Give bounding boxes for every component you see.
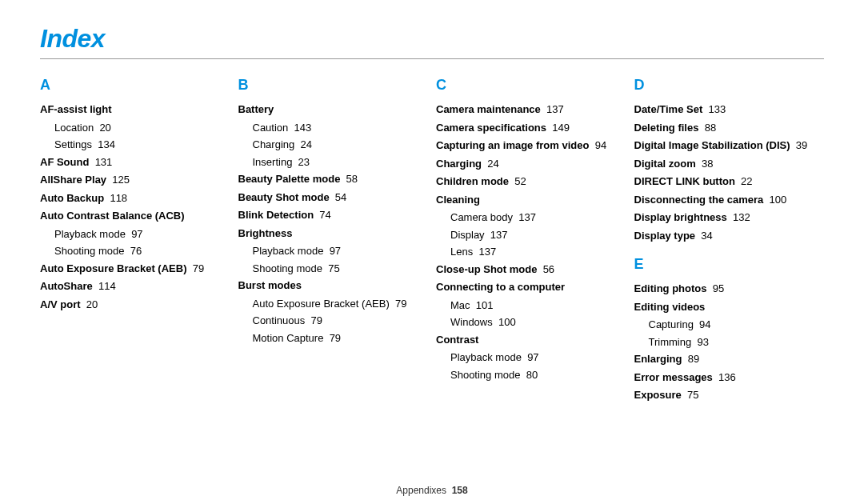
- sub-entry-label: Camera body: [450, 211, 513, 223]
- entry-label: Charging: [436, 158, 482, 170]
- index-entry[interactable]: Editing videos: [634, 299, 825, 315]
- index-entry[interactable]: Brightness: [238, 226, 429, 242]
- index-entry[interactable]: Cleaning: [436, 192, 626, 208]
- index-sub-entry[interactable]: Shooting mode 76: [54, 243, 230, 259]
- entry-page: 58: [346, 173, 358, 185]
- sub-entry-page: 100: [498, 316, 516, 328]
- sub-entry-page: 79: [311, 314, 322, 326]
- index-entry[interactable]: Battery: [238, 102, 429, 118]
- sub-entry-page: 97: [330, 245, 341, 257]
- entry-page: 52: [514, 175, 526, 187]
- entry-label: Children mode: [436, 175, 509, 187]
- index-sub-entry[interactable]: Camera body 137: [450, 210, 626, 226]
- index-entry[interactable]: Date/Time Set 133: [634, 102, 825, 118]
- index-sub-entry[interactable]: Continuous 79: [253, 313, 429, 329]
- index-sub-entry[interactable]: Shooting mode 75: [253, 261, 429, 277]
- entry-label: Disconnecting the camera: [634, 194, 764, 206]
- entry-label: DIRECT LINK button: [634, 175, 735, 187]
- entry-label: Cleaning: [436, 194, 480, 206]
- index-sub-entry[interactable]: Inserting 23: [253, 154, 429, 170]
- index-entry[interactable]: Beauty Palette mode 58: [238, 171, 429, 187]
- index-entry[interactable]: Error messages 136: [634, 370, 825, 386]
- index-sub-entry[interactable]: Mac 101: [450, 298, 626, 314]
- index-sub-entry[interactable]: Playback mode 97: [450, 350, 626, 366]
- index-entry[interactable]: AllShare Play 125: [40, 172, 230, 188]
- entry-page: 114: [98, 280, 116, 292]
- index-entry[interactable]: Camera maintenance 137: [436, 102, 626, 118]
- index-entry[interactable]: Charging 24: [436, 156, 626, 172]
- index-column: DDate/Time Set 133Deleting files 88Digit…: [634, 77, 825, 406]
- index-entry[interactable]: Display brightness 132: [634, 210, 825, 226]
- index-sub-entry[interactable]: Display 137: [450, 227, 626, 243]
- index-entry[interactable]: Display type 34: [634, 228, 825, 244]
- entry-page: 54: [335, 191, 346, 203]
- letter-heading: C: [436, 77, 626, 94]
- entry-label: Blink Detection: [238, 209, 314, 221]
- entry-label: Error messages: [634, 371, 713, 383]
- index-entry[interactable]: Children mode 52: [436, 174, 626, 190]
- index-entry[interactable]: Camera specifications 149: [436, 120, 626, 136]
- index-entry[interactable]: Disconnecting the camera 100: [634, 192, 825, 208]
- entry-page: 74: [319, 209, 330, 221]
- sub-entry-label: Playback mode: [450, 351, 522, 363]
- index-entry[interactable]: AF-assist light: [40, 102, 230, 118]
- index-entry[interactable]: Capturing an image from video 94: [436, 138, 626, 154]
- index-entry[interactable]: Auto Contrast Balance (ACB): [40, 208, 230, 224]
- index-entry[interactable]: Digital zoom 38: [634, 156, 825, 172]
- entry-page: 34: [701, 230, 712, 242]
- index-sub-entry[interactable]: Auto Exposure Bracket (AEB) 79: [253, 296, 429, 312]
- entry-label: AllShare Play: [40, 174, 106, 186]
- entry-page: 132: [733, 211, 750, 223]
- entry-label: Digital zoom: [634, 158, 696, 170]
- index-entry[interactable]: AF Sound 131: [40, 154, 230, 170]
- index-sub-entry[interactable]: Lens 137: [450, 244, 626, 260]
- sub-entry-page: 80: [526, 369, 538, 381]
- entry-page: 100: [770, 194, 787, 206]
- index-entry[interactable]: A/V port 20: [40, 297, 230, 313]
- index-column: AAF-assist lightLocation 20Settings 134A…: [40, 77, 230, 406]
- index-entry[interactable]: Contrast: [436, 332, 626, 348]
- entry-label: AF-assist light: [40, 103, 112, 115]
- index-column: CCamera maintenance 137Camera specificat…: [436, 77, 626, 406]
- entry-label: Camera specifications: [436, 122, 546, 134]
- entry-label: AutoShare: [40, 280, 93, 292]
- sub-entry-page: 137: [490, 229, 508, 241]
- index-entry[interactable]: Burst modes: [238, 278, 429, 294]
- index-entry[interactable]: Auto Exposure Bracket (AEB) 79: [40, 261, 230, 277]
- index-sub-entry[interactable]: Caution 143: [253, 120, 429, 136]
- index-sub-entry[interactable]: Trimming 93: [649, 334, 825, 350]
- index-entry[interactable]: Blink Detection 74: [238, 207, 429, 223]
- index-entry[interactable]: Editing photos 95: [634, 281, 825, 297]
- entry-page: 89: [688, 353, 699, 365]
- entry-label: Auto Exposure Bracket (AEB): [40, 262, 186, 274]
- sub-entry-label: Lens: [450, 246, 473, 258]
- index-entry[interactable]: Deleting files 88: [634, 120, 825, 136]
- index-entry[interactable]: Close-up Shot mode 56: [436, 262, 626, 278]
- index-entry[interactable]: Auto Backup 118: [40, 190, 230, 206]
- index-entry[interactable]: DIRECT LINK button 22: [634, 174, 825, 190]
- index-entry[interactable]: Enlarging 89: [634, 351, 825, 367]
- index-sub-entry[interactable]: Windows 100: [450, 314, 626, 330]
- sub-entry-page: 93: [697, 336, 708, 348]
- sub-entry-page: 101: [476, 299, 494, 311]
- index-sub-entry[interactable]: Capturing 94: [649, 317, 825, 333]
- index-entry[interactable]: Connecting to a computer: [436, 279, 626, 295]
- index-sub-entry[interactable]: Playback mode 97: [253, 243, 429, 259]
- index-entry[interactable]: Beauty Shot mode 54: [238, 190, 429, 206]
- index-sub-entry[interactable]: Motion Capture 79: [253, 330, 429, 346]
- sub-entry-label: Inserting: [253, 156, 293, 168]
- index-entry[interactable]: Digital Image Stabilization (DIS) 39: [634, 138, 825, 154]
- index-sub-entry[interactable]: Playback mode 97: [54, 226, 230, 242]
- page-title: Index: [40, 24, 824, 59]
- index-sub-entry[interactable]: Shooting mode 80: [450, 367, 626, 383]
- entry-page: 95: [713, 282, 724, 294]
- entry-page: 136: [718, 371, 736, 383]
- index-sub-entry[interactable]: Location 20: [54, 120, 230, 136]
- index-sub-entry[interactable]: Charging 24: [253, 137, 429, 153]
- sub-entry-label: Trimming: [649, 336, 692, 348]
- index-entry[interactable]: Exposure 75: [634, 387, 825, 403]
- index-sub-entry[interactable]: Settings 134: [54, 137, 230, 153]
- index-entry[interactable]: AutoShare 114: [40, 278, 230, 294]
- entry-label: Editing videos: [634, 301, 706, 313]
- entry-page: 22: [741, 175, 752, 187]
